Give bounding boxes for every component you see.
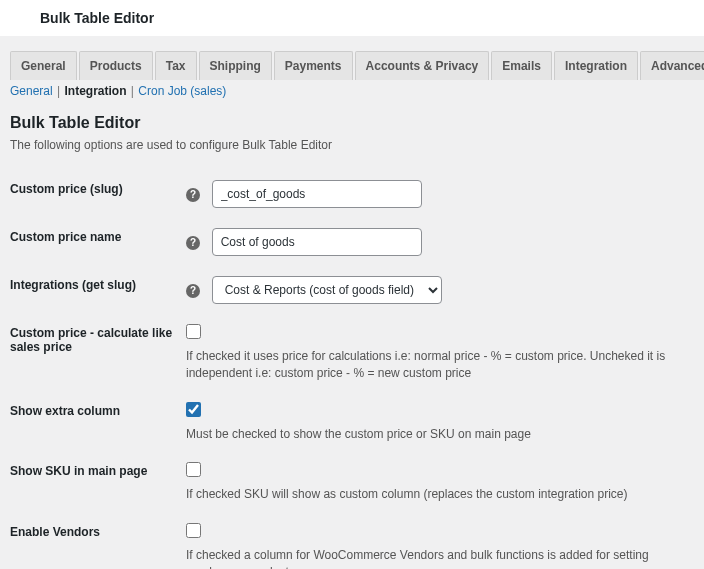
tab-products[interactable]: Products [79, 51, 153, 80]
select-integrations-get-slug[interactable]: Cost & Reports (cost of goods field) [212, 276, 442, 304]
page-header: Bulk Table Editor [0, 0, 704, 36]
page-title: Bulk Table Editor [10, 114, 694, 132]
header-title: Bulk Table Editor [40, 10, 154, 26]
tab-accounts-privacy[interactable]: Accounts & Privacy [355, 51, 490, 80]
desc-show-sku: If checked SKU will show as custom colum… [186, 486, 688, 503]
checkbox-calc-like-sales[interactable] [186, 324, 201, 339]
checkbox-show-sku[interactable] [186, 462, 201, 477]
desc-enable-vendors: If checked a column for WooCommerce Vend… [186, 547, 688, 569]
tab-general[interactable]: General [10, 51, 77, 80]
label-calc-like-sales: Custom price - calculate like sales pric… [10, 326, 172, 354]
main-panel: Bulk Table Editor The following options … [0, 114, 704, 569]
settings-tabs: General Products Tax Shipping Payments A… [0, 36, 704, 80]
settings-form: Custom price (slug) ? Custom price name … [10, 170, 694, 569]
label-custom-price-slug: Custom price (slug) [10, 182, 123, 196]
tab-payments[interactable]: Payments [274, 51, 353, 80]
tab-emails[interactable]: Emails [491, 51, 552, 80]
input-custom-price-slug[interactable] [212, 180, 422, 208]
page-description: The following options are used to config… [10, 138, 694, 152]
subnav-integration[interactable]: Integration [65, 84, 127, 98]
content-area: General Products Tax Shipping Payments A… [0, 36, 704, 569]
checkbox-show-extra-col[interactable] [186, 402, 201, 417]
help-icon[interactable]: ? [186, 188, 200, 202]
subnav-sep: | [131, 84, 134, 98]
checkbox-enable-vendors[interactable] [186, 523, 201, 538]
desc-calc-like-sales: If checked it uses price for calculation… [186, 348, 688, 382]
help-icon[interactable]: ? [186, 284, 200, 298]
label-custom-price-name: Custom price name [10, 230, 121, 244]
subnav-sep: | [57, 84, 60, 98]
tab-tax[interactable]: Tax [155, 51, 197, 80]
tab-integration[interactable]: Integration [554, 51, 638, 80]
label-integrations-get-slug: Integrations (get slug) [10, 278, 136, 292]
label-show-sku: Show SKU in main page [10, 464, 147, 478]
tab-advanced[interactable]: Advanced [640, 51, 704, 80]
label-enable-vendors: Enable Vendors [10, 525, 100, 539]
help-icon[interactable]: ? [186, 236, 200, 250]
tab-shipping[interactable]: Shipping [199, 51, 272, 80]
subnav-cron[interactable]: Cron Job (sales) [138, 84, 226, 98]
input-custom-price-name[interactable] [212, 228, 422, 256]
label-show-extra-col: Show extra column [10, 404, 120, 418]
desc-show-extra-col: Must be checked to show the custom price… [186, 426, 688, 443]
sub-nav: General | Integration | Cron Job (sales) [0, 80, 704, 104]
subnav-general[interactable]: General [10, 84, 53, 98]
